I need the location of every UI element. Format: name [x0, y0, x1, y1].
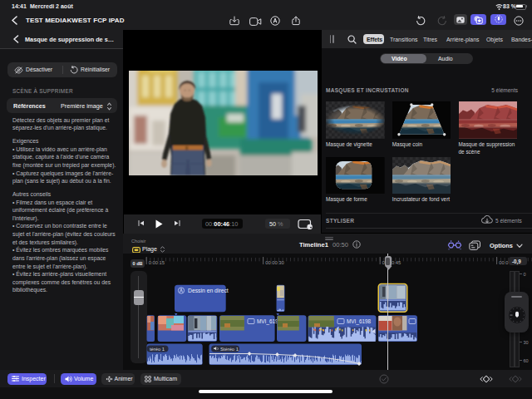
svg-text:0:00:15: 0:00:15: [149, 260, 165, 265]
svg-text:Dessin en direct: Dessin en direct: [188, 288, 229, 293]
svg-text:MVI_619: MVI_619: [257, 318, 278, 325]
svg-text:Stéréo 1: Stéréo 1: [220, 347, 239, 352]
svg-text:MVI_6198: MVI_6198: [347, 318, 372, 325]
svg-text:00:0: 00:0: [499, 260, 508, 265]
svg-text:00:00:30: 00:00:30: [265, 260, 284, 265]
svg-text:téréo 1: téréo 1: [150, 347, 165, 352]
